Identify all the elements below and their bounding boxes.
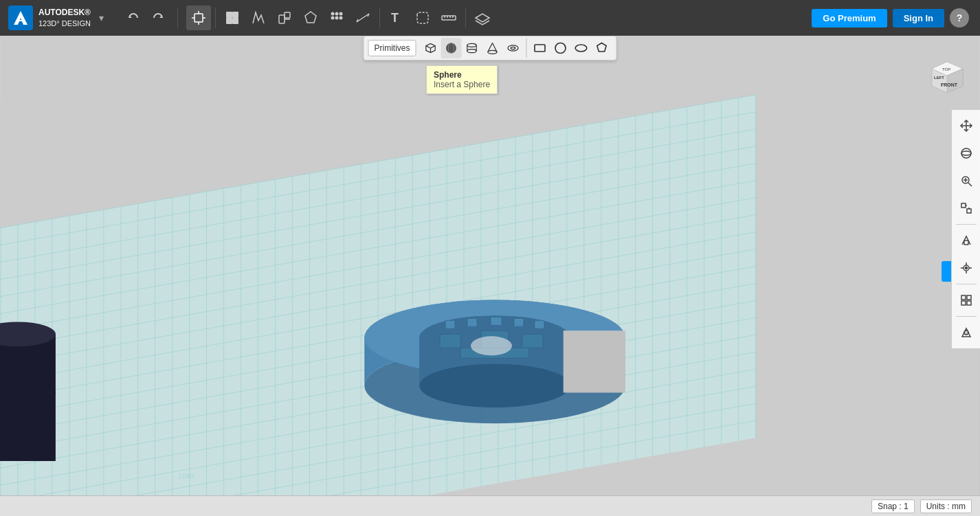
pan-button[interactable] bbox=[953, 113, 979, 139]
svg-text:FRONT: FRONT bbox=[941, 82, 958, 87]
svg-point-13 bbox=[331, 12, 335, 16]
construct-tool[interactable] bbox=[272, 5, 297, 30]
torus-shape-button[interactable] bbox=[503, 38, 524, 58]
svg-line-25 bbox=[426, 46, 431, 48]
svg-text:T: T bbox=[391, 11, 399, 25]
svg-rect-146 bbox=[961, 203, 966, 207]
zoom-button[interactable] bbox=[953, 168, 979, 194]
svg-rect-0 bbox=[194, 14, 203, 22]
signin-button[interactable]: Sign In bbox=[893, 9, 944, 27]
modify-tool[interactable] bbox=[298, 5, 323, 30]
box-shape-button[interactable] bbox=[421, 38, 441, 58]
svg-point-161 bbox=[964, 330, 968, 335]
svg-rect-159 bbox=[961, 301, 966, 305]
transform-tool[interactable] bbox=[186, 5, 211, 30]
svg-point-38 bbox=[511, 47, 515, 49]
svg-point-16 bbox=[331, 16, 335, 20]
svg-rect-5 bbox=[226, 12, 232, 18]
measure-tool[interactable] bbox=[350, 5, 375, 30]
right-ctrl-sep-1 bbox=[956, 224, 977, 225]
rectangle-shape-button[interactable] bbox=[530, 38, 550, 58]
toolbar-sep-2 bbox=[215, 8, 216, 28]
tooltip: Sphere Insert a Sphere bbox=[426, 65, 498, 94]
svg-point-126 bbox=[471, 336, 512, 355]
svg-rect-8 bbox=[232, 18, 238, 24]
toolbar-sep-1 bbox=[177, 8, 178, 28]
svg-text:TOP: TOP bbox=[942, 67, 950, 71]
scene-svg: 123D 123D bbox=[0, 36, 980, 516]
sketch-tool[interactable] bbox=[246, 5, 271, 30]
logo-area: AUTODESK® 123D° DESIGN ▾ bbox=[0, 5, 117, 30]
svg-rect-158 bbox=[967, 295, 971, 300]
premium-button[interactable]: Go Premium bbox=[812, 9, 887, 27]
svg-rect-6 bbox=[232, 12, 238, 18]
svg-line-143 bbox=[968, 183, 972, 186]
primitives-tool[interactable] bbox=[220, 5, 245, 30]
svg-point-140 bbox=[961, 148, 971, 158]
svg-point-14 bbox=[335, 12, 339, 16]
right-ctrl-sep-3 bbox=[956, 316, 977, 317]
ruler-tool[interactable] bbox=[436, 5, 461, 30]
toolbar-sep-4 bbox=[465, 8, 466, 28]
primitives-toolbar: Primitives bbox=[363, 36, 616, 60]
svg-point-152 bbox=[965, 267, 967, 269]
svg-point-28 bbox=[446, 43, 456, 54]
logo-dropdown[interactable]: ▾ bbox=[99, 12, 104, 23]
pattern-tool[interactable] bbox=[324, 5, 349, 30]
redo-button[interactable] bbox=[147, 7, 169, 29]
orbit-button[interactable] bbox=[953, 140, 979, 166]
material-button[interactable] bbox=[953, 319, 979, 346]
toolbar-main: T bbox=[181, 5, 500, 30]
ellipse-shape-button[interactable] bbox=[571, 38, 592, 58]
sphere-shape-button[interactable] bbox=[441, 38, 462, 58]
svg-rect-39 bbox=[535, 45, 545, 52]
svg-point-36 bbox=[488, 50, 497, 54]
svg-rect-10 bbox=[285, 12, 290, 18]
logo-icon bbox=[8, 5, 33, 30]
svg-line-26 bbox=[431, 46, 436, 48]
svg-point-141 bbox=[961, 151, 971, 155]
group-tool[interactable] bbox=[410, 5, 435, 30]
bottombar: Snap : 1 Units : mm bbox=[0, 495, 980, 516]
svg-rect-160 bbox=[967, 301, 971, 305]
svg-point-18 bbox=[339, 16, 343, 20]
toolbar-sep-3 bbox=[379, 8, 380, 28]
primitives-label[interactable]: Primitives bbox=[368, 40, 416, 56]
viewport[interactable]: 123D 123D bbox=[0, 36, 980, 516]
svg-rect-7 bbox=[226, 18, 232, 24]
svg-rect-124 bbox=[514, 318, 524, 326]
home-view-button[interactable] bbox=[953, 227, 979, 254]
snap-info[interactable]: Snap : 1 bbox=[871, 500, 915, 513]
svg-rect-123 bbox=[491, 317, 502, 325]
cylinder-shape-button[interactable] bbox=[462, 38, 482, 58]
svg-marker-42 bbox=[597, 43, 606, 52]
svg-rect-150 bbox=[964, 240, 968, 245]
svg-text:LEFT: LEFT bbox=[934, 76, 944, 80]
text-tool[interactable]: T bbox=[384, 5, 409, 30]
undo-button[interactable] bbox=[122, 7, 144, 29]
svg-rect-9 bbox=[279, 15, 285, 23]
svg-point-30 bbox=[467, 43, 476, 47]
view-cube[interactable]: FRONT LEFT TOP bbox=[922, 48, 973, 100]
units-info[interactable]: Units : mm bbox=[920, 500, 972, 513]
svg-point-40 bbox=[555, 43, 566, 54]
svg-rect-117 bbox=[440, 334, 460, 348]
right-controls bbox=[951, 110, 980, 348]
svg-rect-125 bbox=[535, 320, 544, 328]
svg-point-115 bbox=[419, 363, 570, 407]
help-button[interactable]: ? bbox=[950, 8, 969, 27]
cone-shape-button[interactable] bbox=[482, 38, 503, 58]
svg-point-33 bbox=[467, 49, 476, 53]
fit-button[interactable] bbox=[953, 195, 979, 221]
logo-text: AUTODESK® 123D° DESIGN bbox=[38, 8, 91, 28]
render-toggle-button[interactable] bbox=[953, 287, 979, 313]
polygon-shape-button[interactable] bbox=[592, 38, 612, 58]
svg-point-37 bbox=[508, 45, 518, 51]
svg-rect-119 bbox=[522, 334, 543, 348]
right-edge-tab[interactable] bbox=[942, 261, 951, 282]
topbar: AUTODESK® 123D° DESIGN ▾ bbox=[0, 0, 980, 36]
svg-rect-157 bbox=[961, 295, 966, 300]
circle-shape-button[interactable] bbox=[550, 38, 571, 58]
layers-tool[interactable] bbox=[470, 5, 495, 30]
look-at-button[interactable] bbox=[953, 255, 979, 281]
